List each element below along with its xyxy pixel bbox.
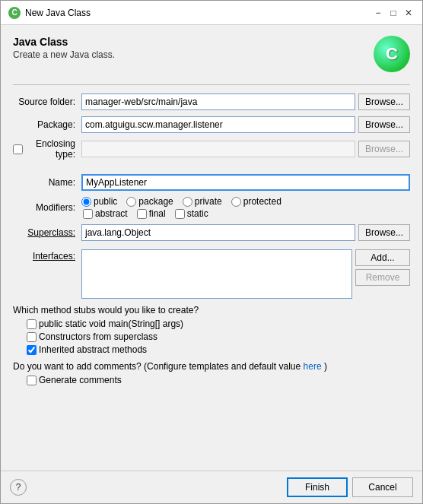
enclosing-type-row: Enclosing type: Browse... <box>13 138 410 160</box>
package-row: Package: Browse... <box>13 116 410 134</box>
comments-link[interactable]: here <box>304 361 322 372</box>
remove-interface-button: Remove <box>355 269 410 286</box>
source-folder-input[interactable] <box>81 94 355 110</box>
modifier-package[interactable]: package <box>126 196 173 207</box>
modifiers-row: Modifiers: public package pr <box>13 196 410 219</box>
form-section: Source folder: Browse... Package: Browse… <box>13 93 410 299</box>
window-icon: C <box>8 7 21 19</box>
method-main[interactable]: public static void main(String[] args) <box>27 319 410 329</box>
package-input[interactable] <box>81 116 355 133</box>
cancel-button[interactable]: Cancel <box>352 477 413 497</box>
minimize-button[interactable]: − <box>372 7 384 19</box>
title-bar-left: C New Java Class <box>8 7 91 19</box>
generate-comments-label[interactable]: Generate comments <box>27 375 410 385</box>
name-input[interactable] <box>81 174 410 191</box>
enclosing-type-browse-button: Browse... <box>358 141 410 157</box>
name-row: Name: <box>13 173 410 192</box>
superclass-row: Superclass: Browse... <box>13 223 410 242</box>
modifier-protected[interactable]: protected <box>231 196 281 207</box>
add-interface-button[interactable]: Add... <box>355 249 410 266</box>
dialog-window: C New Java Class − □ ✕ Java Class Create… <box>0 0 423 504</box>
methods-section: Which method stubs would you like to cre… <box>13 305 410 355</box>
modifier-abstract[interactable]: abstract <box>83 208 128 219</box>
enclosing-type-checkbox[interactable] <box>13 144 23 154</box>
help-button[interactable]: ? <box>10 479 27 496</box>
header-section: Java Class Create a new Java class. C <box>13 36 410 72</box>
title-bar: C New Java Class − □ ✕ <box>1 1 422 25</box>
page-subtitle: Create a new Java class. <box>13 49 115 60</box>
package-label: Package: <box>13 119 81 130</box>
dialog-footer: ? Finish Cancel <box>1 471 422 503</box>
enclosing-type-input <box>81 141 355 157</box>
source-folder-row: Source folder: Browse... <box>13 93 410 111</box>
modifier-static[interactable]: static <box>175 208 208 219</box>
methods-checkboxes: public static void main(String[] args) C… <box>27 319 410 355</box>
comments-section: Do you want to add comments? (Configure … <box>13 361 410 385</box>
interfaces-label: Interfaces: <box>13 249 81 262</box>
modifiers-label: Modifiers: <box>13 202 81 213</box>
enclosing-type-checkbox-wrapper: Enclosing type: <box>13 138 81 160</box>
method-constructors[interactable]: Constructors from superclass <box>27 331 410 342</box>
generate-comments-checkbox[interactable] <box>27 376 37 385</box>
dialog-content: Java Class Create a new Java class. C So… <box>1 25 422 471</box>
method-inherited[interactable]: Inherited abstract methods <box>27 344 410 355</box>
comments-question: Do you want to add comments? (Configure … <box>13 361 410 372</box>
enclosing-type-label[interactable]: Enclosing type: <box>13 138 75 160</box>
footer-left: ? <box>10 479 27 496</box>
source-folder-label: Source folder: <box>13 97 81 107</box>
name-label: Name: <box>13 177 81 188</box>
superclass-label: Superclass: <box>13 227 81 238</box>
header-divider <box>13 84 410 85</box>
method-inherited-checkbox[interactable] <box>27 345 37 355</box>
method-constructors-checkbox[interactable] <box>27 332 37 342</box>
finish-button[interactable]: Finish <box>287 477 348 497</box>
modifiers-radio-group: public package private protected <box>81 196 410 207</box>
close-button[interactable]: ✕ <box>402 7 415 19</box>
methods-question: Which method stubs would you like to cre… <box>13 305 410 315</box>
modifier-final[interactable]: final <box>137 208 166 219</box>
source-folder-browse-button[interactable]: Browse... <box>358 94 410 110</box>
superclass-browse-button[interactable]: Browse... <box>358 224 410 241</box>
window-title: New Java Class <box>25 8 91 18</box>
modifiers-checkbox-group: abstract final static <box>83 208 410 219</box>
method-main-checkbox[interactable] <box>27 319 37 329</box>
comments-checkboxes: Generate comments <box>27 375 410 385</box>
maximize-button[interactable]: □ <box>387 7 399 19</box>
footer-right: Finish Cancel <box>287 477 413 497</box>
superclass-input[interactable] <box>81 224 355 241</box>
interfaces-row: Interfaces: Add... Remove <box>13 249 410 299</box>
header-left: Java Class Create a new Java class. <box>13 36 115 60</box>
interfaces-textarea[interactable] <box>81 249 352 299</box>
modifier-public[interactable]: public <box>81 196 117 207</box>
interfaces-buttons: Add... Remove <box>355 249 410 286</box>
java-icon: C <box>374 36 410 72</box>
package-browse-button[interactable]: Browse... <box>358 116 410 133</box>
modifier-private[interactable]: private <box>183 196 222 207</box>
modifiers-section: public package private protected <box>81 196 410 219</box>
title-controls: − □ ✕ <box>372 7 415 19</box>
page-title: Java Class <box>13 36 115 48</box>
